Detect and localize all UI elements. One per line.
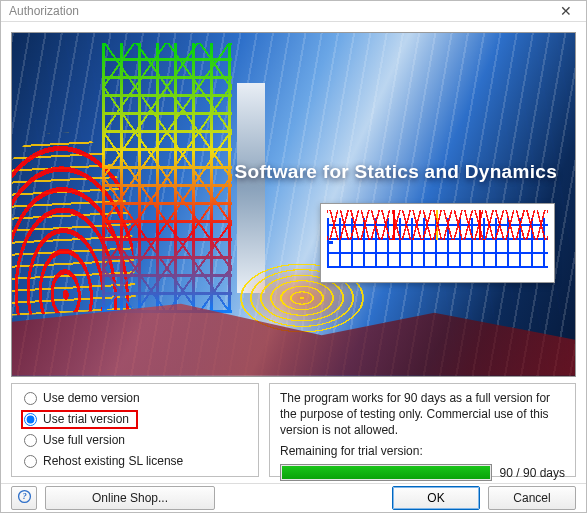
help-icon: ?: [17, 489, 32, 507]
remaining-label: Remaining for trial version:: [280, 444, 565, 458]
window-title: Authorization: [9, 4, 79, 18]
license-options-panel: Use demo version Use trial version Use f…: [11, 383, 259, 477]
online-shop-button[interactable]: Online Shop...: [45, 486, 215, 510]
option-full[interactable]: Use full version: [22, 432, 248, 449]
ok-label: OK: [427, 491, 444, 505]
option-trial-label: Use trial version: [43, 412, 129, 426]
option-trial[interactable]: Use trial version: [22, 411, 137, 428]
option-rehost-label: Rehost existing SL license: [43, 454, 183, 468]
option-rehost[interactable]: Rehost existing SL license: [22, 453, 248, 470]
lower-panels: Use demo version Use trial version Use f…: [11, 383, 576, 477]
remaining-progress-fill: [282, 466, 490, 479]
remaining-progress-bar: [280, 464, 492, 481]
cancel-button[interactable]: Cancel: [488, 486, 576, 510]
radio-rehost[interactable]: [24, 455, 37, 468]
banner-model-bridge: [320, 203, 555, 283]
radio-full[interactable]: [24, 434, 37, 447]
close-icon[interactable]: ✕: [554, 3, 578, 19]
cancel-label: Cancel: [513, 491, 550, 505]
svg-text:?: ?: [22, 491, 26, 501]
titlebar: Authorization ✕: [1, 1, 586, 22]
option-full-label: Use full version: [43, 433, 125, 447]
dialog-footer: ? Online Shop... OK Cancel: [1, 483, 586, 512]
remaining-progress-row: 90 / 90 days: [280, 464, 565, 481]
online-shop-label: Online Shop...: [92, 491, 168, 505]
radio-demo[interactable]: [24, 392, 37, 405]
dialog-content: Software for Statics and Dynamics Use de…: [1, 22, 586, 483]
banner-slogan: Software for Statics and Dynamics: [235, 161, 557, 183]
radio-trial[interactable]: [24, 413, 37, 426]
license-description: The program works for 90 days as a full …: [280, 390, 565, 439]
help-button[interactable]: ?: [11, 486, 37, 510]
banner-image: Software for Statics and Dynamics: [11, 32, 576, 377]
option-demo-label: Use demo version: [43, 391, 140, 405]
option-demo[interactable]: Use demo version: [22, 390, 248, 407]
ok-button[interactable]: OK: [392, 486, 480, 510]
remaining-progress-value: 90 / 90 days: [500, 466, 565, 480]
license-info-panel: The program works for 90 days as a full …: [269, 383, 576, 477]
